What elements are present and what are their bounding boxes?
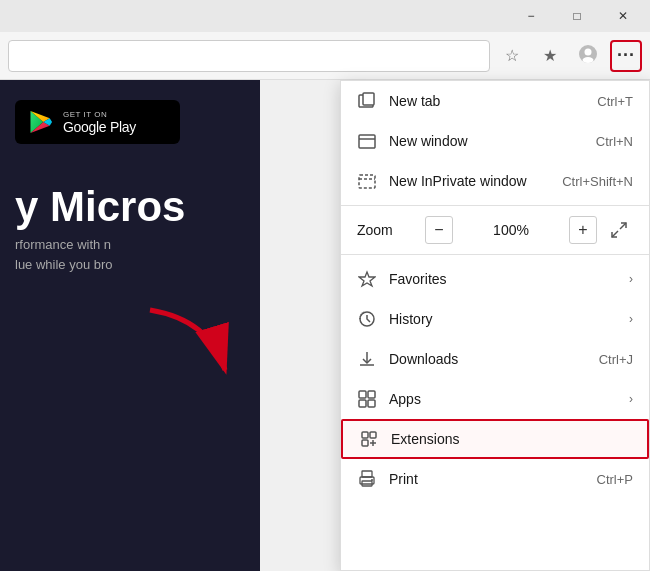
page-background: GET IT ON Google Play y Micros rformance… bbox=[0, 80, 260, 571]
collections-icon: ★ bbox=[543, 46, 557, 65]
zoom-decrease-button[interactable]: − bbox=[425, 216, 453, 244]
history-label: History bbox=[389, 311, 609, 327]
apps-label: Apps bbox=[389, 391, 609, 407]
svg-rect-20 bbox=[362, 432, 368, 438]
downloads-shortcut: Ctrl+J bbox=[599, 352, 633, 367]
svg-rect-17 bbox=[368, 391, 375, 398]
svg-point-1 bbox=[585, 48, 592, 55]
address-bar[interactable] bbox=[8, 40, 490, 72]
page-heading: y Micros bbox=[0, 164, 260, 235]
menu-item-new-window[interactable]: New window Ctrl+N bbox=[341, 121, 649, 161]
menu-item-inprivate[interactable]: New InPrivate window Ctrl+Shift+N bbox=[341, 161, 649, 201]
play-text-large: Google Play bbox=[63, 119, 136, 135]
play-text-small: GET IT ON bbox=[63, 110, 136, 119]
menu-divider-1 bbox=[341, 205, 649, 206]
browser-toolbar: ☆ ★ ··· bbox=[0, 32, 650, 80]
history-icon bbox=[357, 309, 377, 329]
new-tab-label: New tab bbox=[389, 93, 585, 109]
google-play-badge[interactable]: GET IT ON Google Play bbox=[15, 100, 180, 144]
favorite-icon: ☆ bbox=[505, 46, 519, 65]
extensions-label: Extensions bbox=[391, 431, 631, 447]
favorites-icon bbox=[357, 269, 377, 289]
downloads-label: Downloads bbox=[389, 351, 587, 367]
new-tab-icon bbox=[357, 91, 377, 111]
profile-button[interactable] bbox=[572, 40, 604, 72]
svg-marker-12 bbox=[359, 272, 375, 286]
play-store-icon bbox=[27, 108, 55, 136]
menu-item-new-tab[interactable]: New tab Ctrl+T bbox=[341, 81, 649, 121]
favorites-label: Favorites bbox=[389, 271, 609, 287]
inprivate-icon bbox=[357, 171, 377, 191]
extensions-icon bbox=[359, 429, 379, 449]
menu-item-print[interactable]: Print Ctrl+P bbox=[341, 459, 649, 499]
page-subtext-1: rformance with n bbox=[0, 235, 260, 255]
minimize-button[interactable]: − bbox=[508, 0, 554, 32]
svg-line-11 bbox=[620, 223, 626, 229]
zoom-increase-button[interactable]: + bbox=[569, 216, 597, 244]
new-window-label: New window bbox=[389, 133, 584, 149]
maximize-button[interactable]: □ bbox=[554, 0, 600, 32]
profile-icon bbox=[578, 44, 598, 68]
svg-point-26 bbox=[371, 479, 373, 481]
svg-rect-22 bbox=[362, 440, 368, 446]
close-button[interactable]: ✕ bbox=[600, 0, 646, 32]
inprivate-label: New InPrivate window bbox=[389, 173, 550, 189]
svg-rect-21 bbox=[370, 432, 376, 438]
zoom-value: 100% bbox=[461, 222, 561, 238]
print-icon bbox=[357, 469, 377, 489]
new-window-icon bbox=[357, 131, 377, 151]
svg-rect-19 bbox=[368, 400, 375, 407]
svg-point-2 bbox=[583, 57, 594, 63]
history-arrow: › bbox=[629, 312, 633, 326]
zoom-expand-button[interactable] bbox=[605, 216, 633, 244]
inprivate-shortcut: Ctrl+Shift+N bbox=[562, 174, 633, 189]
print-label: Print bbox=[389, 471, 585, 487]
title-bar: − □ ✕ bbox=[0, 0, 650, 32]
menu-item-apps[interactable]: Apps › bbox=[341, 379, 649, 419]
svg-rect-18 bbox=[359, 400, 366, 407]
menu-item-history[interactable]: History › bbox=[341, 299, 649, 339]
zoom-label: Zoom bbox=[357, 222, 417, 238]
menu-item-downloads[interactable]: Downloads Ctrl+J bbox=[341, 339, 649, 379]
menu-item-favorites[interactable]: Favorites › bbox=[341, 259, 649, 299]
favorite-button[interactable]: ☆ bbox=[496, 40, 528, 72]
ellipsis-icon: ··· bbox=[617, 45, 635, 66]
svg-rect-23 bbox=[362, 471, 372, 477]
favorites-arrow: › bbox=[629, 272, 633, 286]
svg-rect-5 bbox=[363, 93, 374, 105]
new-window-shortcut: Ctrl+N bbox=[596, 134, 633, 149]
browser-menu-dropdown: New tab Ctrl+T New window Ctrl+N New InP… bbox=[340, 80, 650, 571]
new-tab-shortcut: Ctrl+T bbox=[597, 94, 633, 109]
page-subtext-2: lue while you bro bbox=[0, 255, 260, 275]
svg-rect-8 bbox=[359, 175, 375, 188]
collections-button[interactable]: ★ bbox=[534, 40, 566, 72]
apps-arrow: › bbox=[629, 392, 633, 406]
menu-button[interactable]: ··· bbox=[610, 40, 642, 72]
print-shortcut: Ctrl+P bbox=[597, 472, 633, 487]
menu-divider-2 bbox=[341, 254, 649, 255]
zoom-row: Zoom − 100% + bbox=[341, 210, 649, 250]
apps-icon bbox=[357, 389, 377, 409]
svg-line-10 bbox=[612, 231, 618, 237]
svg-rect-16 bbox=[359, 391, 366, 398]
downloads-icon bbox=[357, 349, 377, 369]
svg-rect-6 bbox=[359, 135, 375, 148]
menu-item-extensions[interactable]: Extensions bbox=[341, 419, 649, 459]
play-text-block: GET IT ON Google Play bbox=[63, 110, 136, 135]
